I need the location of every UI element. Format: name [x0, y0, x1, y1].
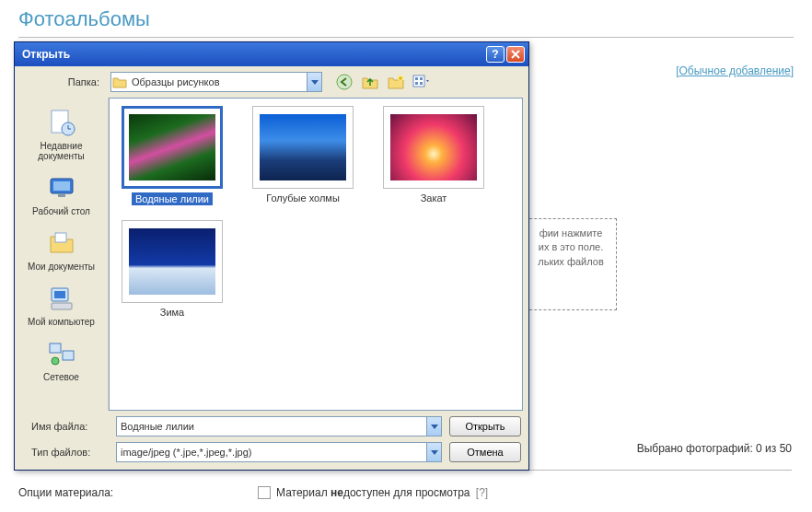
normal-add-link[interactable]: Обычное добавление	[679, 64, 791, 77]
place-label: Недавние документы	[20, 141, 103, 161]
filetype-label: Тип файлов:	[22, 447, 109, 458]
place-network[interactable]: Сетевое	[18, 332, 105, 388]
svg-point-0	[337, 75, 352, 89]
place-label: Мои документы	[20, 262, 103, 272]
drop-zone[interactable]: фии нажмите их в это поле. льких файлов	[525, 218, 617, 310]
page-title: Фотоальбомы	[0, 0, 812, 37]
dialog-title: Открыть	[22, 48, 484, 61]
thumbnail-image	[129, 114, 215, 180]
dialog-titlebar[interactable]: Открыть ?	[15, 42, 528, 66]
place-recent[interactable]: Недавние документы	[18, 101, 105, 167]
desktop-icon	[46, 172, 77, 204]
separator	[18, 37, 794, 38]
places-bar: Недавние документы Рабочий стол Мои доку…	[15, 98, 109, 411]
file-name: Голубые холмы	[266, 192, 340, 204]
thumbnail-image	[129, 228, 215, 295]
unavailable-text: Материал недоступен для просмотра [?]	[276, 486, 488, 499]
options-label: Опции материала:	[18, 486, 258, 499]
folder-icon	[111, 76, 128, 88]
folder-label: Папка:	[22, 76, 105, 87]
file-name: Зима	[160, 307, 184, 318]
unavailable-checkbox[interactable]	[258, 486, 271, 499]
svg-rect-16	[50, 343, 61, 353]
filetype-value: image/jpeg (*.jpe,*.jpeg,*.jpg)	[117, 447, 426, 458]
open-button[interactable]: Открыть	[449, 416, 521, 436]
svg-rect-5	[415, 82, 418, 85]
up-folder-icon[interactable]	[361, 73, 379, 91]
my-documents-icon	[46, 227, 77, 259]
chevron-down-icon[interactable]	[426, 443, 441, 461]
file-thumb[interactable]: Водяные лилии	[117, 106, 227, 205]
filename-label: Имя файла:	[22, 421, 109, 432]
file-name: Закат	[421, 192, 447, 204]
svg-rect-6	[420, 82, 423, 85]
svg-rect-3	[415, 77, 418, 80]
cancel-button[interactable]: Отмена	[449, 442, 521, 462]
svg-rect-11	[58, 194, 65, 197]
svg-point-18	[52, 357, 59, 365]
file-thumb[interactable]: Голубые холмы	[248, 106, 358, 205]
new-folder-icon[interactable]	[387, 73, 405, 91]
svg-rect-2	[413, 76, 424, 87]
svg-rect-15	[52, 303, 72, 309]
selected-count: Выбрано фотографий: 0 из 50	[637, 442, 792, 455]
filename-value: Водяные лилии	[117, 421, 426, 432]
place-desktop[interactable]: Рабочий стол	[18, 167, 105, 222]
file-list[interactable]: Водяные лилииГолубые холмыЗакатЗима	[109, 98, 523, 411]
options-help[interactable]: [?]	[476, 486, 488, 499]
svg-rect-4	[420, 77, 423, 80]
file-thumb[interactable]: Зима	[117, 220, 227, 318]
network-icon	[46, 338, 77, 369]
svg-rect-14	[54, 291, 65, 298]
thumbnail-image	[260, 114, 346, 180]
place-mycomputer[interactable]: Мой компьютер	[18, 277, 105, 332]
normal-add-link-wrap: [Обычное добавление]	[676, 64, 794, 77]
help-button[interactable]: ?	[486, 46, 505, 63]
my-computer-icon	[46, 283, 77, 314]
back-icon[interactable]	[335, 73, 354, 91]
chevron-down-icon[interactable]	[307, 73, 321, 91]
file-name: Водяные лилии	[132, 192, 213, 205]
filetype-combo[interactable]: image/jpeg (*.jpe,*.jpeg,*.jpg)	[116, 442, 442, 462]
place-label: Мой компьютер	[20, 317, 103, 327]
recent-documents-icon	[46, 107, 77, 138]
svg-rect-12	[55, 233, 66, 242]
file-thumb[interactable]: Закат	[378, 106, 489, 205]
place-label: Рабочий стол	[20, 206, 103, 216]
place-label: Сетевое	[20, 372, 103, 382]
filename-combo[interactable]: Водяные лилии	[116, 416, 442, 436]
folder-combo[interactable]: Образцы рисунков	[110, 72, 322, 92]
place-mydocs[interactable]: Мои документы	[18, 222, 105, 277]
svg-rect-10	[53, 181, 70, 191]
thumbnail-image	[390, 114, 477, 180]
chevron-down-icon[interactable]	[426, 417, 441, 436]
file-open-dialog: Открыть ? Папка: Образцы рисунков	[14, 41, 529, 471]
view-menu-icon[interactable]	[412, 73, 431, 91]
close-button[interactable]	[506, 46, 525, 63]
folder-value: Образцы рисунков	[128, 76, 307, 87]
svg-rect-17	[63, 351, 74, 360]
